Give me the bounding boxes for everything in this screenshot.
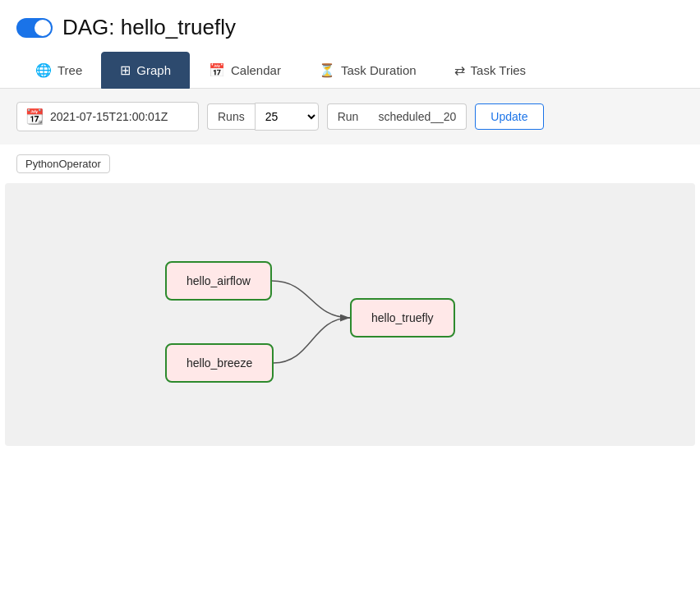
run-group: Run scheduled__20 [327,103,467,130]
python-operator-badge: PythonOperator [16,154,110,173]
tab-tree-label: Tree [58,63,82,77]
dag-node-hello-airflow[interactable]: hello_airflow [165,261,272,301]
tab-calendar-label: Calendar [231,63,281,77]
date-wrapper: 📆 [16,102,199,131]
run-value: scheduled__20 [368,103,467,130]
tab-calendar[interactable]: 📅 Calendar [190,52,300,89]
dag-toggle[interactable] [16,18,53,38]
dag-node-hello-breeze[interactable]: hello_breeze [165,343,274,383]
calendar-input-icon: 📆 [25,108,44,126]
tab-task-duration-label: Task Duration [341,63,417,77]
run-label: Run [327,103,369,130]
page-header: DAG: hello_truefly [0,0,700,52]
runs-select[interactable]: 25 5 10 50 100 [255,103,319,131]
task-tries-icon: ⇄ [454,62,465,78]
graph-area: hello_airflow hello_breeze hello_truefly [5,183,695,446]
dag-title: DAG: hello_truefly [62,15,236,40]
calendar-icon: 📅 [209,62,225,78]
runs-label: Runs [207,103,255,130]
tab-task-tries[interactable]: ⇄ Task Tries [435,52,546,89]
tree-icon: 🌐 [35,62,52,78]
nav-tabs: 🌐 Tree ⊞ Graph 📅 Calendar ⏳ Task Duratio… [0,52,700,89]
date-input[interactable] [50,110,190,123]
update-button[interactable]: Update [475,103,543,130]
tab-task-duration[interactable]: ⏳ Task Duration [300,52,435,89]
legend-area: PythonOperator [0,145,700,183]
task-duration-icon: ⏳ [319,62,335,78]
dag-node-hello-truefly[interactable]: hello_truefly [350,298,455,338]
runs-group: Runs 25 5 10 50 100 [207,103,319,131]
tab-task-tries-label: Task Tries [471,63,527,77]
tab-graph-label: Graph [136,63,171,77]
tab-graph[interactable]: ⊞ Graph [101,52,190,89]
toolbar: 📆 Runs 25 5 10 50 100 Run scheduled__20 … [0,89,700,145]
tab-tree[interactable]: 🌐 Tree [16,52,101,89]
graph-icon: ⊞ [120,62,131,78]
dag-canvas: hello_airflow hello_breeze hello_truefly [5,183,695,446]
